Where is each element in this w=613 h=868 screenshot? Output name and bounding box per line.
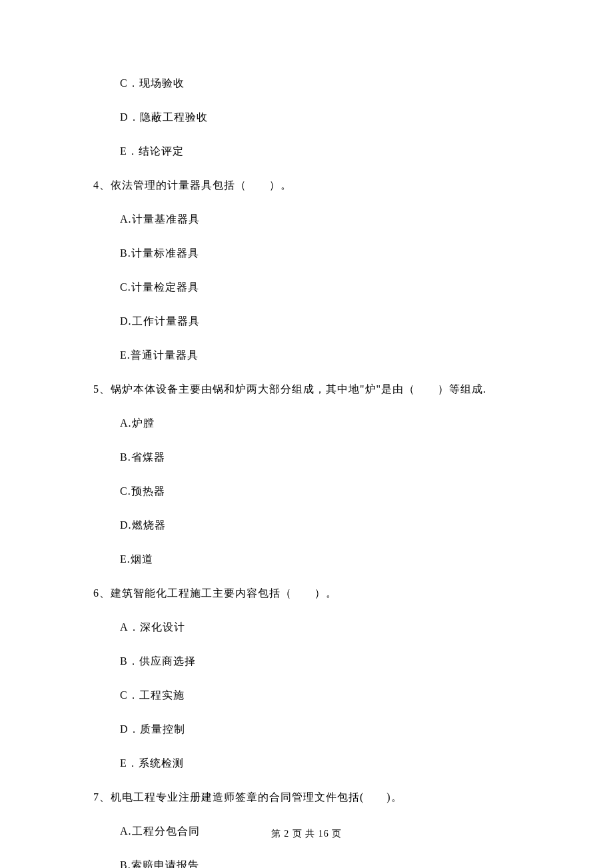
question-stem: 4、依法管理的计量器具包括（ ）。 [93, 179, 533, 193]
option-item: C．现场验收 [120, 77, 533, 91]
question-stem: 6、建筑智能化工程施工主要内容包括（ ）。 [93, 587, 533, 601]
option-item: E．系统检测 [120, 757, 533, 771]
option-item: B.索赔申请报告 [120, 859, 533, 868]
page-content: C．现场验收 D．隐蔽工程验收 E．结论评定 4、依法管理的计量器具包括（ ）。… [0, 0, 613, 868]
option-item: D．质量控制 [120, 723, 533, 737]
question-stem: 7、机电工程专业注册建造师签章的合同管理文件包括( )。 [93, 791, 533, 805]
option-item: B.计量标准器具 [120, 247, 533, 261]
option-item: D．隐蔽工程验收 [120, 111, 533, 125]
option-item: A.炉膛 [120, 417, 533, 431]
option-item: C.计量检定器具 [120, 281, 533, 295]
question-stem: 5、锅炉本体设备主要由锅和炉两大部分组成，其中地"炉"是由（ ）等组成. [93, 383, 533, 397]
option-item: B．供应商选择 [120, 655, 533, 669]
option-item: E.普通计量器具 [120, 349, 533, 363]
page-footer: 第 2 页 共 16 页 [0, 828, 613, 840]
option-item: E．结论评定 [120, 145, 533, 159]
option-item: A.计量基准器具 [120, 213, 533, 227]
option-item: C.预热器 [120, 485, 533, 499]
option-item: B.省煤器 [120, 451, 533, 465]
option-item: A．深化设计 [120, 621, 533, 635]
option-item: E.烟道 [120, 553, 533, 567]
option-item: C．工程实施 [120, 689, 533, 703]
option-item: D.工作计量器具 [120, 315, 533, 329]
option-item: D.燃烧器 [120, 519, 533, 533]
